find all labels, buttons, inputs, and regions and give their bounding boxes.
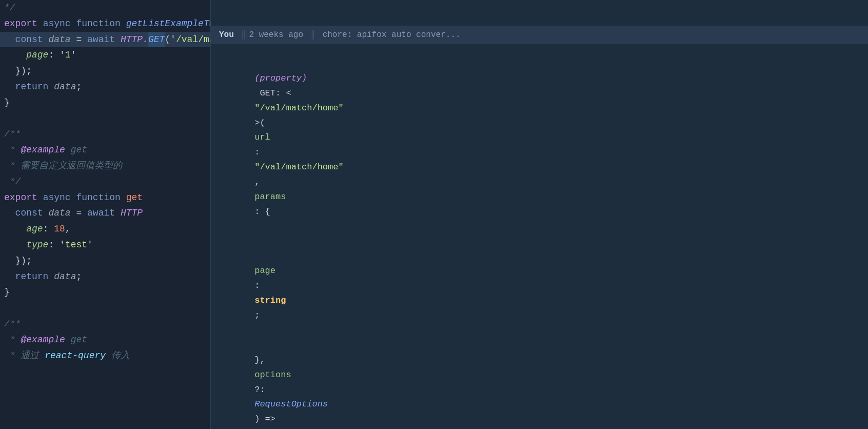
comment-token: */ [4, 174, 21, 189]
keyword-token: return [15, 80, 49, 94]
comment-token: get [65, 143, 87, 158]
code-line: } [0, 284, 210, 300]
code-line: age : 18 , [0, 221, 210, 237]
code-line: * 需要自定义返回值类型的 [0, 158, 210, 174]
code-line: }); [0, 63, 210, 79]
code-line: /** [0, 316, 210, 332]
git-blame-time: 2 weeks ago [249, 30, 303, 40]
keyword-token: const [15, 32, 43, 47]
code-line: type : 'test' [0, 237, 210, 253]
comment-tag-token: @example [21, 333, 65, 347]
git-blame-message: chore: apifox auto conver... [323, 30, 461, 40]
property-token: page [26, 48, 48, 63]
comment-token: /** [4, 127, 21, 142]
property-token: age [26, 222, 43, 237]
tooltip-options-line: }, options ?: RequestOptions ) => Promis… [223, 338, 856, 429]
variable-token: data [48, 206, 70, 221]
string-token: test [65, 238, 87, 252]
comment-token: * 通过 [4, 348, 45, 363]
code-editor: */ export async function getListExampleT… [0, 0, 210, 429]
keyword-token: function [76, 16, 120, 31]
comment-token: get [65, 333, 87, 347]
code-line [0, 300, 210, 316]
keyword-token: export [4, 16, 37, 31]
code-line: /** [0, 126, 210, 142]
git-blame-bar: You ║ 2 weeks ago ║ chore: apifox auto c… [211, 26, 868, 44]
http-token: HTTP [121, 206, 143, 221]
comment-code-token: react-query [45, 348, 106, 363]
code-line: * @example get [0, 142, 210, 158]
number-token: 18 [54, 222, 65, 237]
keyword-token: async [43, 190, 71, 205]
code-line: * @example get [0, 332, 210, 348]
string-token: /val/match/home [176, 32, 210, 47]
code-line-highlighted: const data = await HTTP.GET('/val/match/… [0, 32, 210, 48]
git-blame-author: You [219, 30, 234, 40]
keyword-token: const [15, 206, 43, 221]
variable-token: data [54, 80, 76, 94]
comment-token: * [4, 333, 21, 347]
code-line [0, 111, 210, 127]
git-blame-separator: ║ [241, 30, 246, 40]
tooltip-property-line: (property) GET: < "/val/match/home" >( u… [223, 56, 856, 235]
keyword-token: export [4, 190, 37, 205]
keyword-token: function [76, 190, 120, 205]
comment-token: * 需要自定义返回值类型的 [4, 159, 122, 173]
variable-token: data [48, 32, 70, 47]
code-line: return data ; [0, 269, 210, 285]
keyword-token: async [43, 16, 71, 31]
tooltip-panel: You ║ 2 weeks ago ║ chore: apifox auto c… [210, 0, 868, 429]
comment-token: */ [4, 1, 15, 15]
keyword-token: return [15, 269, 49, 284]
comment-token: * [4, 143, 21, 158]
function-name-token: getListExampleTwo [126, 16, 210, 31]
keyword-token: await [87, 206, 115, 221]
comment-token: /** [4, 317, 21, 332]
tooltip-content: (property) GET: < "/val/match/home" >( u… [211, 46, 868, 429]
comment-token: 传入 [106, 348, 130, 363]
code-line: return data ; [0, 79, 210, 95]
variable-token: data [54, 269, 76, 284]
string-token: 1 [65, 48, 71, 63]
http-token: HTTP. [121, 32, 148, 47]
code-line: export async function getListExampleTwo … [0, 16, 210, 32]
code-line: page : '1' [0, 47, 210, 63]
get-token: GET [148, 32, 165, 47]
function-name-token: get [126, 190, 143, 205]
code-line: */ [0, 174, 210, 190]
code-line: } [0, 95, 210, 111]
property-token: type [26, 238, 48, 252]
git-blame-separator: ║ [310, 30, 315, 40]
keyword-token: await [87, 32, 115, 47]
tooltip-field-line: page : string ; [223, 235, 856, 338]
code-line: const data = await HTTP [0, 205, 210, 221]
code-line: * 通过 react-query 传入 [0, 348, 210, 364]
code-line: }); [0, 253, 210, 269]
code-line: */ [0, 0, 210, 16]
comment-tag-token: @example [21, 143, 65, 158]
code-line: export async function get [0, 190, 210, 206]
